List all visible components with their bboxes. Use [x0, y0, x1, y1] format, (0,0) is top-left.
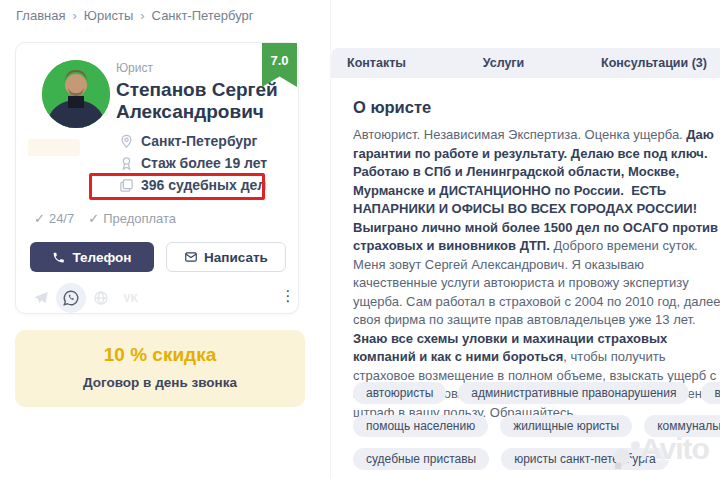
- tag-housing[interactable]: жилищные юристы: [500, 415, 632, 437]
- tag-bailiffs[interactable]: судебные приставы: [353, 448, 489, 470]
- tab-bar: Контакты Услуги Консультации (3): [331, 48, 720, 78]
- promo-note: Договор в день звонка: [15, 375, 305, 390]
- details-panel: Контакты Услуги Консультации (3) О юрист…: [330, 0, 720, 479]
- telegram-icon[interactable]: [26, 283, 56, 313]
- breadcrumb-home[interactable]: Главная: [16, 8, 65, 23]
- chevron-right-icon: ›: [72, 8, 76, 23]
- feature-prepay-label: Предоплата: [103, 211, 176, 226]
- vk-label: VK: [124, 293, 139, 304]
- about-segment-bold: Даю гарантии по работе и результату. Дел…: [353, 127, 720, 253]
- check-icon: ✓: [88, 211, 99, 226]
- location-pin-icon: [119, 134, 134, 149]
- role-label: Юрист: [116, 61, 153, 75]
- about-segment: Автоюрист. Независимая Экспертиза. Оценк…: [353, 127, 686, 142]
- court-cases-icon: [119, 178, 134, 193]
- details-list: Санкт-Петербург Стаж более 19 лет 396 су…: [119, 132, 267, 198]
- breadcrumb-city[interactable]: Санкт-Петербург: [152, 8, 254, 23]
- blurred-region: [28, 139, 80, 156]
- phone-icon: [52, 251, 65, 264]
- avatar[interactable]: [42, 60, 110, 128]
- tag-military[interactable]: военносл: [701, 382, 720, 404]
- globe-icon[interactable]: [86, 283, 116, 313]
- detail-cases-text: 396 судебных дел: [141, 177, 266, 193]
- whatsapp-icon[interactable]: [56, 283, 86, 313]
- about-title: О юристе: [353, 98, 431, 117]
- tag-row: помощь населению жилищные юристы коммуна…: [353, 415, 720, 437]
- person-photo-icon: [42, 60, 110, 128]
- vk-icon[interactable]: VK: [116, 283, 146, 313]
- lawyer-card: Юрист Степанов Сергей Александрович 7.0 …: [15, 42, 299, 314]
- lawyer-profile-page: Главная › Юристы › Санкт-Петербург Юрист…: [0, 0, 720, 479]
- lawyer-name: Степанов Сергей Александрович: [116, 79, 292, 123]
- write-button[interactable]: Написать: [166, 242, 286, 272]
- tag-autolawyers[interactable]: автоюристы: [353, 382, 446, 404]
- feature-24-7: ✓24/7: [34, 211, 74, 226]
- tag-spb-lawyers[interactable]: юристы санкт-петербурга: [501, 448, 668, 470]
- check-icon: ✓: [34, 211, 45, 226]
- detail-experience: Стаж более 19 лет: [119, 154, 267, 172]
- detail-cases: 396 судебных дел: [119, 176, 267, 194]
- detail-experience-text: Стаж более 19 лет: [141, 155, 267, 171]
- tab-contacts[interactable]: Контакты: [347, 56, 406, 70]
- breadcrumb-lawyers[interactable]: Юристы: [84, 8, 133, 23]
- discount-label: 10 % скидка: [15, 344, 305, 366]
- tab-consultations[interactable]: Консультации (3): [601, 56, 707, 70]
- chevron-right-icon: ›: [140, 8, 144, 23]
- about-text: Автоюрист. Независимая Экспертиза. Оценк…: [353, 126, 720, 422]
- detail-city-text: Санкт-Петербург: [141, 133, 257, 149]
- features-row: ✓24/7 ✓Предоплата: [34, 211, 176, 226]
- feature-24-7-label: 24/7: [49, 211, 74, 226]
- tag-row: судебные приставы юристы санкт-петербург…: [353, 448, 669, 470]
- breadcrumb: Главная › Юристы › Санкт-Петербург: [16, 8, 254, 23]
- write-button-label: Написать: [204, 250, 268, 265]
- envelope-icon: [184, 250, 198, 264]
- promo-banner: 10 % скидка Договор в день звонка: [15, 330, 305, 407]
- more-options-kebab-icon[interactable]: ⋮: [278, 283, 298, 309]
- feature-prepay: ✓Предоплата: [88, 211, 176, 226]
- phone-button-label: Телефон: [72, 250, 131, 265]
- tag-administrative[interactable]: административные правонарушения: [458, 382, 689, 404]
- detail-city: Санкт-Петербург: [119, 132, 267, 150]
- tag-communal[interactable]: коммунальное хозя: [644, 415, 720, 437]
- medal-icon: [119, 156, 134, 171]
- tag-public-help[interactable]: помощь населению: [353, 415, 488, 437]
- tag-row: автоюристы административные правонарушен…: [353, 382, 720, 404]
- phone-button[interactable]: Телефон: [30, 242, 154, 272]
- tab-services[interactable]: Услуги: [483, 56, 525, 70]
- social-icons-row: VK: [26, 283, 146, 313]
